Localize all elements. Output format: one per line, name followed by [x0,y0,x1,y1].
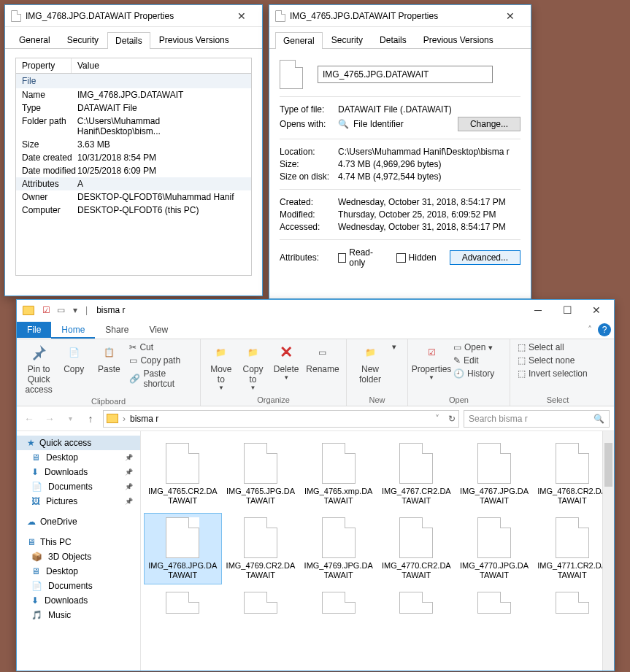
file-grid[interactable]: IMG_4765.CR2.DATAWAITIMG_4765.JPG.DATAWA… [141,431,614,671]
close-button[interactable]: ✕ [496,10,525,22]
pasteshortcut-button[interactable]: 🔗Paste shortcut [126,367,196,390]
col-property: Property [16,58,72,73]
qat-properties-icon[interactable]: ☑ [39,305,53,315]
menu-home[interactable]: Home [51,322,95,338]
close-button[interactable]: ✕ [227,10,256,22]
sidebar-downloads2[interactable]: ⬇Downloads [17,593,140,608]
history-button[interactable]: 🕘History [450,367,497,380]
file-item[interactable]: IMG_4771.CR2.DATAWAIT [533,513,611,584]
file-icon [556,517,589,558]
file-item[interactable]: IMG_4769.CR2.DATAWAIT [222,513,300,584]
copy-button[interactable]: 📄Copy [56,341,91,376]
advanced-button[interactable]: Advanced... [450,250,520,265]
filename-input[interactable] [318,66,493,83]
titlebar[interactable]: IMG_4765.JPG.DATAWAIT Properties ✕ [269,5,531,27]
file-item[interactable]: IMG_4770.CR2.DATAWAIT [377,513,456,584]
copypath-button[interactable]: ▭Copy path [126,354,196,367]
address-bar[interactable]: › bisma r ˅ ↻ [103,410,459,428]
minimize-button[interactable]: ─ [523,304,553,316]
row-size: Size3.63 MB [16,138,251,151]
sidebar-3dobjects[interactable]: 📦3D Objects [17,549,140,564]
sidebar-desktop2[interactable]: 🖥Desktop [17,564,140,579]
file-item[interactable]: IMG_4768.JPG.DATAWAIT [144,513,222,584]
sidebar-documents2[interactable]: 📄Documents [17,579,140,593]
tab-previous[interactable]: Previous Versions [415,31,502,48]
file-item[interactable] [533,587,611,621]
file-item[interactable]: IMG_4767.CR2.DATAWAIT [377,439,456,510]
newitem-button[interactable]: ▾ [389,341,399,353]
selectall-button[interactable]: ⬚Select all [515,341,591,354]
qat-dropdown-icon[interactable]: ▾ [68,305,82,315]
readonly-checkbox[interactable]: Read-only [338,247,383,268]
file-item[interactable]: IMG_4768.CR2.DATAWAIT [533,439,611,510]
maximize-button[interactable]: ☐ [553,304,582,316]
menu-file[interactable]: File [17,322,51,338]
sidebar-thispc[interactable]: 🖥This PC [17,535,140,549]
file-icon [322,592,356,614]
sidebar-onedrive[interactable]: ☁OneDrive [17,514,140,529]
close-button[interactable]: ✕ [582,304,611,316]
tab-general[interactable]: General [11,31,58,48]
help-icon[interactable]: ? [598,323,611,336]
back-button[interactable]: ← [21,413,37,425]
moveto-button[interactable]: 📁Move to▼ [205,341,237,393]
tab-security[interactable]: Security [323,31,371,48]
qat-newfolder-icon[interactable]: ▭ [53,305,68,315]
file-item[interactable]: IMG_4765.JPG.DATAWAIT [222,439,300,510]
sidebar-quickaccess[interactable]: ★Quick access [17,436,140,450]
explorer-titlebar[interactable]: ☑ ▭ ▾ | bisma r ─ ☐ ✕ [17,300,614,320]
hidden-checkbox[interactable]: Hidden [396,252,437,263]
file-name: IMG_4765.xmp.DATAWAIT [304,487,374,506]
tab-security[interactable]: Security [59,31,107,48]
cut-button[interactable]: ✂Cut [126,341,196,354]
tab-general[interactable]: General [275,32,323,49]
sidebar-pictures[interactable]: 🖼Pictures [17,494,140,509]
selectnone-button[interactable]: ⬚Select none [515,354,591,367]
pin-quickaccess-button[interactable]: Pin to Quick access [21,341,56,396]
folder-icon [23,306,34,315]
file-item[interactable]: IMG_4765.CR2.DATAWAIT [144,439,222,510]
search-input[interactable]: Search bisma r 🔍 [464,410,610,428]
file-item[interactable]: IMG_4770.JPG.DATAWAIT [456,513,534,584]
recent-button[interactable]: ▾ [62,414,78,422]
menu-view[interactable]: View [139,322,178,338]
breadcrumb[interactable]: bisma r [130,414,158,424]
scrollbar[interactable] [602,431,614,671]
details-header: Property Value [15,58,252,74]
file-name: IMG_4770.JPG.DATAWAIT [459,561,529,580]
file-item[interactable] [144,587,222,621]
up-button[interactable]: ↑ [82,413,99,425]
edit-button[interactable]: ✎Edit [450,354,497,367]
file-name: IMG_4770.CR2.DATAWAIT [381,561,451,580]
forward-button[interactable]: → [42,413,58,425]
invertselection-button[interactable]: ⬚Invert selection [515,367,591,380]
sidebar-music[interactable]: 🎵Music [17,608,140,622]
file-item[interactable] [222,587,300,621]
newfolder-button[interactable]: 📁New folder [351,341,389,386]
file-item[interactable] [299,587,377,621]
file-item[interactable] [456,587,534,621]
tab-previous[interactable]: Previous Versions [151,31,237,48]
tab-details[interactable]: Details [107,32,150,49]
refresh-icon[interactable]: ↻ [448,414,456,424]
copyto-button[interactable]: 📁Copy to▼ [237,341,269,393]
file-item[interactable]: IMG_4765.xmp.DATAWAIT [299,439,377,510]
delete-button[interactable]: ✕Delete▼ [269,341,304,382]
properties-button[interactable]: ☑Properties▼ [412,341,450,382]
file-item[interactable]: IMG_4767.JPG.DATAWAIT [456,439,534,510]
collapse-ribbon-icon[interactable]: ˄ [588,325,592,335]
sidebar-documents[interactable]: 📄Documents [17,479,140,494]
sidebar-downloads[interactable]: ⬇Downloads [17,465,140,479]
file-item[interactable]: IMG_4769.JPG.DATAWAIT [299,513,377,584]
menu-share[interactable]: Share [95,322,139,338]
file-item[interactable] [377,587,456,621]
sidebar-desktop[interactable]: 🖥Desktop [17,450,140,465]
paste-button[interactable]: 📋Paste [91,341,126,376]
change-button[interactable]: Change... [458,117,520,131]
dropdown-icon[interactable]: ˅ [435,414,439,424]
titlebar[interactable]: IMG_4768.JPG.DATAWAIT Properties ✕ [5,5,262,27]
row-attributes: AttributesA [16,177,251,190]
rename-button[interactable]: ▭Rename [304,341,342,376]
tab-details[interactable]: Details [372,31,415,48]
open-button[interactable]: ▭Open ▾ [450,341,497,354]
